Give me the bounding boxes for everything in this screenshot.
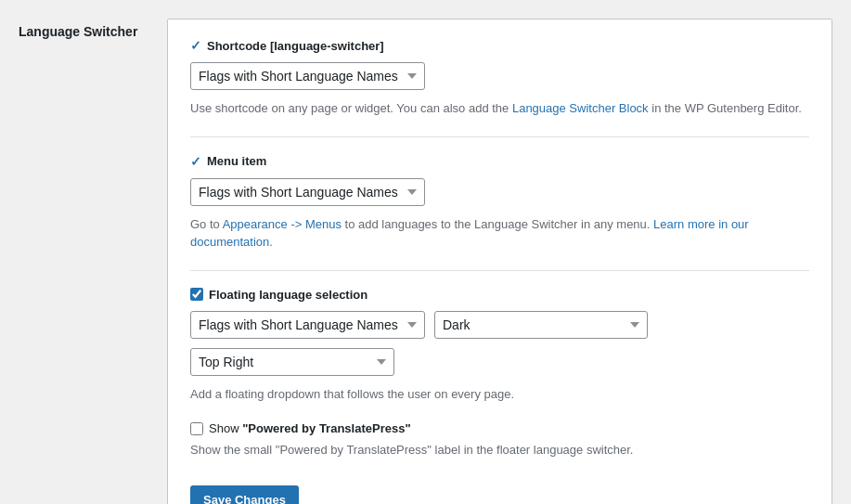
menu-dropdown-row: Flags with Short Language Names Flags wi… (190, 178, 809, 206)
floating-position-select[interactable]: Top Right Top Left Bottom Right Bottom L… (190, 348, 394, 376)
floating-label-text: Floating language selection (209, 288, 367, 302)
page-container: Language Switcher ✓ Shortcode [language-… (0, 0, 851, 504)
divider-2 (190, 270, 809, 271)
powered-desc: Show the small "Powered by TranslatePres… (190, 441, 809, 459)
powered-label-text: Show "Powered by TranslatePress" (209, 421, 411, 435)
menu-check-label: ✓ Menu item (190, 154, 809, 169)
section-label: Language Switcher (19, 19, 167, 504)
shortcode-dropdown-row: Flags with Short Language Names Flags wi… (190, 62, 809, 90)
floating-dropdown-row-1: Flags with Short Language Names Flags wi… (190, 311, 809, 339)
shortcode-desc: Use shortcode on any page or widget. You… (190, 99, 809, 118)
divider-1 (190, 136, 809, 137)
shortcode-desc-after: in the WP Gutenberg Editor. (649, 101, 802, 115)
floating-flags-select[interactable]: Flags with Short Language Names Flags wi… (190, 311, 425, 339)
shortcode-flags-select[interactable]: Flags with Short Language Names Flags wi… (190, 62, 425, 90)
menu-desc-mid: to add languages to the Language Switche… (342, 217, 653, 231)
powered-label-bold: "Powered by TranslatePress" (242, 421, 410, 435)
menu-desc-before-link1: Go to (190, 217, 223, 231)
shortcode-label-text: Shortcode [language-switcher] (207, 39, 384, 53)
menu-flags-select[interactable]: Flags with Short Language Names Flags wi… (190, 178, 425, 206)
floating-theme-select[interactable]: Dark Light (434, 311, 648, 339)
content-col: ✓ Shortcode [language-switcher] Flags wi… (167, 19, 832, 504)
floating-checkbox[interactable] (190, 288, 203, 301)
menu-checkmark-icon: ✓ (190, 154, 201, 169)
appearance-menus-link[interactable]: Appearance -> Menus (223, 217, 342, 231)
floating-section: Floating language selection Flags with S… (190, 288, 809, 404)
shortcode-section: ✓ Shortcode [language-switcher] Flags wi… (190, 38, 809, 118)
save-changes-button[interactable]: Save Changes (190, 485, 299, 505)
shortcode-desc-before: Use shortcode on any page or widget. You… (190, 101, 512, 115)
powered-label-before: Show (209, 421, 242, 435)
floating-desc: Add a floating dropdown that follows the… (190, 385, 809, 404)
menu-label-text: Menu item (207, 154, 266, 168)
language-switcher-block-link[interactable]: Language Switcher Block (512, 101, 649, 115)
floating-dropdown-row-2: Top Right Top Left Bottom Right Bottom L… (190, 348, 809, 376)
powered-checkbox[interactable] (190, 422, 203, 435)
floating-check-label: Floating language selection (190, 288, 809, 302)
powered-section: Show "Powered by TranslatePress" Show th… (190, 421, 809, 459)
menu-desc: Go to Appearance -> Menus to add languag… (190, 215, 809, 252)
powered-label-row: Show "Powered by TranslatePress" (190, 421, 809, 435)
shortcode-check-label: ✓ Shortcode [language-switcher] (190, 38, 809, 53)
shortcode-checkmark-icon: ✓ (190, 38, 201, 53)
menu-section: ✓ Menu item Flags with Short Language Na… (190, 154, 809, 252)
